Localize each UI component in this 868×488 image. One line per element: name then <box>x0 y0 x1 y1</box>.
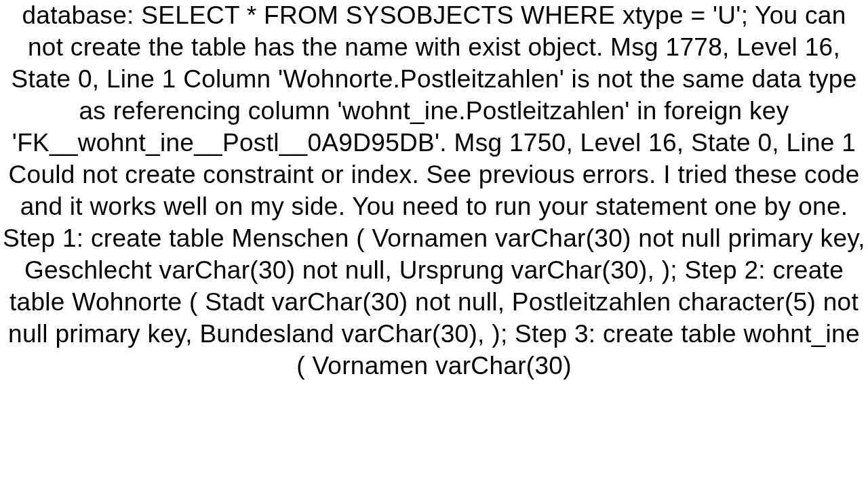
document-text: database: SELECT * FROM SYSOBJECTS WHERE… <box>3 1 865 380</box>
document-body: database: SELECT * FROM SYSOBJECTS WHERE… <box>0 0 868 382</box>
